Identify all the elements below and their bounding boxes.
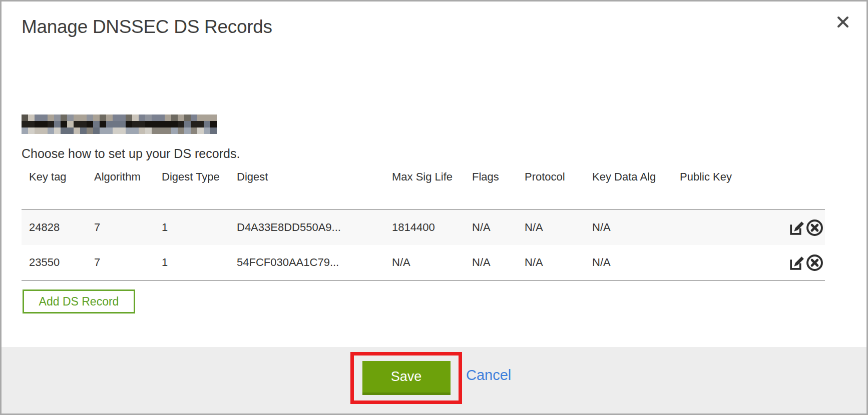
cell-flags: N/A xyxy=(465,245,517,280)
edit-record-icon[interactable] xyxy=(788,219,805,236)
cell-digest: D4A33E8DD550A9... xyxy=(229,210,384,245)
cell-flags: N/A xyxy=(465,210,517,245)
col-header-digest-type: Digest Type xyxy=(154,168,229,210)
col-header-actions xyxy=(780,168,825,210)
cell-key-data-alg: N/A xyxy=(585,210,672,245)
row-actions xyxy=(780,210,825,245)
redacted-domain-name xyxy=(22,114,217,134)
delete-record-icon[interactable] xyxy=(805,218,824,237)
cell-digest-type: 1 xyxy=(154,245,229,280)
table-row: 24828 7 1 D4A33E8DD550A9... 1814400 N/A … xyxy=(22,210,825,245)
cell-key-tag: 23550 xyxy=(22,245,87,280)
cell-algorithm: 7 xyxy=(87,245,154,280)
cell-max-sig-life: 1814400 xyxy=(384,210,465,245)
manage-dnssec-modal: Manage DNSSEC DS Records Choose how to s… xyxy=(0,0,868,415)
page-title: Manage DNSSEC DS Records xyxy=(22,16,272,38)
col-header-algorithm: Algorithm xyxy=(87,168,154,210)
add-ds-record-button[interactable]: Add DS Record xyxy=(23,290,135,314)
cell-protocol: N/A xyxy=(517,245,585,280)
row-actions xyxy=(780,245,825,280)
cell-digest-type: 1 xyxy=(154,210,229,245)
cancel-link[interactable]: Cancel xyxy=(466,367,511,384)
table-row: 23550 7 1 54FCF030AA1C79... N/A N/A N/A … xyxy=(22,245,825,280)
edit-record-icon[interactable] xyxy=(788,254,805,272)
col-header-key-data-alg: Key Data Alg xyxy=(585,168,672,210)
annotation-highlight-box: Save xyxy=(350,352,462,404)
cell-key-tag: 24828 xyxy=(22,210,87,245)
save-button[interactable]: Save xyxy=(362,361,451,395)
modal-footer: Save Cancel xyxy=(2,347,866,414)
cell-public-key xyxy=(672,210,780,245)
col-header-public-key: Public Key xyxy=(672,168,780,210)
instruction-text: Choose how to set up your DS records. xyxy=(22,146,240,161)
col-header-protocol: Protocol xyxy=(517,168,585,210)
col-header-digest: Digest xyxy=(229,168,384,210)
ds-records-table: Key tag Algorithm Digest Type Digest Max… xyxy=(22,168,825,281)
cell-key-data-alg: N/A xyxy=(585,245,672,280)
table-header-row: Key tag Algorithm Digest Type Digest Max… xyxy=(22,168,825,210)
cell-max-sig-life: N/A xyxy=(384,245,465,280)
close-icon[interactable] xyxy=(835,14,850,30)
delete-record-icon[interactable] xyxy=(805,254,824,272)
cell-digest: 54FCF030AA1C79... xyxy=(229,245,384,280)
cell-algorithm: 7 xyxy=(87,210,154,245)
cell-public-key xyxy=(672,245,780,280)
col-header-key-tag: Key tag xyxy=(22,168,87,210)
col-header-flags: Flags xyxy=(465,168,517,210)
cell-protocol: N/A xyxy=(517,210,585,245)
close-icon-glyph xyxy=(836,16,849,28)
col-header-max-sig-life: Max Sig Life xyxy=(384,168,465,210)
